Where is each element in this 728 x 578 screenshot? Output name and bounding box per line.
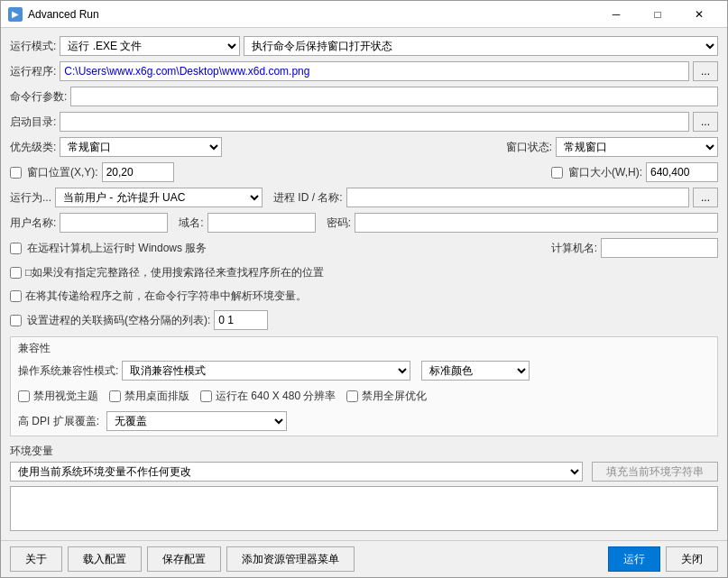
minimize-button[interactable]: ─ xyxy=(595,1,637,28)
expand-env-label: 在将其传递给程序之前，在命令行字符串中解析环境变量。 xyxy=(25,289,307,304)
behavior-row: 运行为... 当前用户 - 允许提升 UAC 进程 ID / 名称: ... xyxy=(10,187,718,208)
title-buttons: ─ □ ✕ xyxy=(595,1,720,28)
search-path-row: □如果没有指定完整路径，使用搜索路径来查找程序所在的位置 xyxy=(10,262,718,282)
high-dpi-select[interactable]: 无覆盖 xyxy=(106,411,287,431)
close-window-button[interactable]: ✕ xyxy=(678,1,720,28)
window-pos-label: 窗口位置(X,Y): xyxy=(27,165,98,180)
high-dpi-label: 高 DPI 扩展覆盖: xyxy=(18,414,99,429)
run-program-label: 运行程序: xyxy=(10,64,56,79)
domain-label: 域名: xyxy=(179,216,203,231)
startup-dir-input[interactable] xyxy=(60,112,689,132)
run-program-row: 运行程序: ... xyxy=(10,60,718,82)
compat-theme-row: 禁用视觉主题 xyxy=(18,386,98,406)
computer-name-input[interactable] xyxy=(601,238,718,258)
compat-desktop-label: 禁用桌面排版 xyxy=(124,389,189,404)
run-mode-select[interactable]: 运行 .EXE 文件 xyxy=(60,36,240,56)
run-mode-option-select[interactable]: 执行命令后保持窗口打开状态 xyxy=(244,36,718,56)
run-mode-label: 运行模式: xyxy=(10,39,56,54)
expand-env-row: 在将其传递给程序之前，在命令行字符串中解析环境变量。 xyxy=(10,286,718,306)
remote-row: 在远程计算机上运行时 Windows 服务 计算机名: xyxy=(10,237,718,259)
process-id-label: 进程 ID / 名称: xyxy=(273,190,343,206)
search-path-label: □如果没有指定完整路径，使用搜索路径来查找程序所在的位置 xyxy=(25,265,324,280)
run-program-input[interactable] xyxy=(60,61,689,81)
load-config-button[interactable]: 载入配置 xyxy=(68,546,142,572)
high-dpi-row: 高 DPI 扩展覆盖: 无覆盖 xyxy=(18,410,710,432)
close-button[interactable]: 关闭 xyxy=(666,546,718,572)
window-size-label: 窗口大小(W,H): xyxy=(568,165,642,180)
window-state-select[interactable]: 常规窗口 xyxy=(556,137,718,157)
credentials-row: 用户名称: 域名: 密码: xyxy=(10,212,718,234)
hash-checkbox[interactable] xyxy=(10,315,22,326)
password-input[interactable] xyxy=(355,213,718,233)
env-section: 环境变量 使用当前系统环境变量不作任何更改 填充当前环境字符串 xyxy=(10,444,718,534)
title-bar: ▶ Advanced Run ─ □ ✕ xyxy=(1,1,727,28)
main-window: ▶ Advanced Run ─ □ ✕ 运行模式: 运行 .EXE 文件 执行… xyxy=(0,0,728,578)
window-state-label: 窗口状态: xyxy=(506,140,552,155)
process-id-browse-button[interactable]: ... xyxy=(693,188,718,207)
remote-service-checkbox[interactable] xyxy=(10,243,22,254)
compat-os-label: 操作系统兼容性模式: xyxy=(18,363,118,379)
run-button[interactable]: 运行 xyxy=(608,546,660,572)
form-content: 运行模式: 运行 .EXE 文件 执行命令后保持窗口打开状态 运行程序: ...… xyxy=(1,28,727,540)
compat-640-row: 运行在 640 X 480 分辨率 xyxy=(200,386,336,406)
compat-options-row: 禁用视觉主题 禁用桌面排版 运行在 640 X 480 分辨率 禁用全屏优化 xyxy=(18,385,710,407)
window-size-input[interactable] xyxy=(646,162,718,182)
compat-desktop-row: 禁用桌面排版 xyxy=(109,386,189,406)
startup-dir-label: 启动目录: xyxy=(10,115,56,130)
hash-input[interactable] xyxy=(214,310,268,330)
priority-select[interactable]: 常规窗口 xyxy=(60,137,222,157)
username-input[interactable] xyxy=(60,213,168,233)
compat-theme-label: 禁用视觉主题 xyxy=(33,389,98,404)
startup-dir-row: 启动目录: ... xyxy=(10,111,718,133)
env-fill-button[interactable]: 填充当前环境字符串 xyxy=(592,462,718,482)
app-icon: ▶ xyxy=(8,7,23,22)
footer: 关于 载入配置 保存配置 添加资源管理器菜单 运行 关闭 xyxy=(1,540,727,577)
compat-title: 兼容性 xyxy=(18,341,710,356)
run-program-browse-button[interactable]: ... xyxy=(693,61,718,81)
env-textarea[interactable] xyxy=(10,486,718,531)
window-size-checkbox[interactable] xyxy=(551,167,563,179)
behavior-select[interactable]: 当前用户 - 允许提升 UAC xyxy=(55,188,263,207)
compat-os-row: 操作系统兼容性模式: 取消兼容性模式 标准颜色 xyxy=(18,360,710,381)
compat-section: 兼容性 操作系统兼容性模式: 取消兼容性模式 标准颜色 禁用视觉主题 禁用桌面排… xyxy=(10,336,718,436)
username-label: 用户名称: xyxy=(10,216,56,231)
maximize-button[interactable]: □ xyxy=(637,1,678,28)
priority-window-row: 优先级类: 常规窗口 窗口状态: 常规窗口 xyxy=(10,136,718,158)
compat-desktop-checkbox[interactable] xyxy=(109,390,121,402)
env-select[interactable]: 使用当前系统环境变量不作任何更改 xyxy=(10,462,583,482)
process-id-input[interactable] xyxy=(346,188,689,207)
about-button[interactable]: 关于 xyxy=(10,546,62,572)
window-title: Advanced Run xyxy=(28,8,595,21)
hash-row: 设置进程的关联摘码(空格分隔的列表): xyxy=(10,309,718,331)
cmdline-input[interactable] xyxy=(70,87,718,106)
compat-os-select[interactable]: 取消兼容性模式 xyxy=(122,361,410,381)
compat-640-label: 运行在 640 X 480 分辨率 xyxy=(216,389,336,404)
hash-label: 设置进程的关联摘码(空格分隔的列表): xyxy=(27,313,210,328)
env-title: 环境变量 xyxy=(10,444,718,459)
compat-fullscreen-checkbox[interactable] xyxy=(346,390,358,402)
compat-fullscreen-label: 禁用全屏优化 xyxy=(362,389,427,404)
computer-name-label: 计算机名: xyxy=(551,241,597,256)
priority-label: 优先级类: xyxy=(10,140,56,155)
save-config-button[interactable]: 保存配置 xyxy=(147,546,221,572)
expand-env-checkbox[interactable] xyxy=(10,290,22,302)
compat-theme-checkbox[interactable] xyxy=(18,390,30,402)
startup-dir-browse-button[interactable]: ... xyxy=(693,112,718,132)
compat-color-select[interactable]: 标准颜色 xyxy=(421,361,530,381)
password-label: 密码: xyxy=(327,216,351,231)
window-pos-input[interactable] xyxy=(102,162,174,182)
cmdline-label: 命令行参数: xyxy=(10,89,67,105)
window-pos-size-row: 窗口位置(X,Y): 窗口大小(W,H): xyxy=(10,161,718,183)
search-path-checkbox[interactable] xyxy=(10,267,22,279)
env-row: 使用当前系统环境变量不作任何更改 填充当前环境字符串 xyxy=(10,461,718,482)
cmdline-row: 命令行参数: xyxy=(10,86,718,107)
behavior-label: 运行为... xyxy=(10,190,51,206)
add-menu-button[interactable]: 添加资源管理器菜单 xyxy=(226,546,355,572)
window-pos-checkbox[interactable] xyxy=(10,167,22,179)
compat-fullscreen-row: 禁用全屏优化 xyxy=(346,386,427,406)
compat-640-checkbox[interactable] xyxy=(200,390,212,402)
remote-service-label: 在远程计算机上运行时 Windows 服务 xyxy=(27,241,207,256)
domain-input[interactable] xyxy=(207,213,316,233)
run-mode-row: 运行模式: 运行 .EXE 文件 执行命令后保持窗口打开状态 xyxy=(10,35,718,57)
